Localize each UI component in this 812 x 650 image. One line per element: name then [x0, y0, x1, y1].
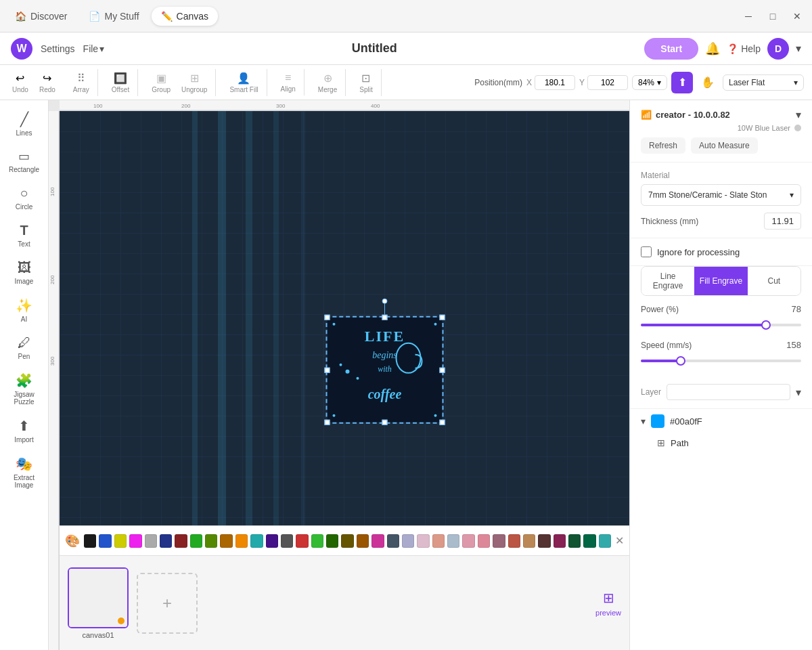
close-button[interactable]: ✕ [788, 7, 807, 26]
machine-type-select[interactable]: Laser Flat ▾ [723, 74, 804, 91]
split-button[interactable]: ⊡ Split [355, 69, 376, 96]
color-swatch[interactable] [387, 534, 399, 548]
cursor-tool-button[interactable]: ⬆ [671, 72, 693, 93]
array-button[interactable]: ⠿ Array [69, 69, 93, 96]
material-select[interactable]: 7mm Stone/Ceramic - Slate Ston ▾ [641, 184, 801, 206]
color-swatch[interactable] [311, 534, 323, 548]
sidebar-item-image[interactable]: 🖼 Image [3, 255, 46, 290]
color-swatch[interactable] [129, 534, 141, 548]
color-swatch[interactable] [175, 534, 187, 548]
start-button[interactable]: Start [644, 38, 698, 60]
help-link[interactable]: ❓ Help [727, 43, 761, 54]
power-slider-thumb[interactable] [761, 320, 771, 330]
hand-tool-button[interactable]: ✋ [697, 72, 719, 93]
power-slider[interactable] [641, 318, 801, 332]
thumb-canvas01[interactable]: canvas01 [68, 567, 129, 639]
palette-bar: 🎨 ✕ [60, 525, 629, 555]
sidebar-item-circle[interactable]: ○ Circle [3, 180, 46, 216]
color-swatch[interactable] [281, 534, 293, 548]
layer-chevron-icon[interactable]: ▾ [796, 386, 801, 399]
add-canvas-button[interactable]: + [137, 573, 198, 634]
color-swatch[interactable] [145, 534, 157, 548]
auto-measure-button[interactable]: Auto Measure [691, 137, 758, 154]
color-swatch[interactable] [493, 534, 505, 548]
color-swatch[interactable] [266, 534, 278, 548]
color-swatch[interactable] [235, 534, 248, 548]
tab-mystuff[interactable]: 📄 My Stuff [79, 7, 148, 26]
color-swatch[interactable] [508, 534, 520, 548]
color-swatch[interactable] [538, 534, 550, 548]
file-menu[interactable]: File ▾ [83, 43, 105, 54]
speed-slider-thumb[interactable] [676, 356, 685, 366]
color-swatch[interactable] [417, 534, 429, 548]
profile-chevron-icon[interactable]: ▾ [796, 42, 801, 55]
speed-slider[interactable] [641, 354, 801, 368]
maximize-button[interactable]: □ [763, 7, 782, 26]
color-swatch[interactable] [357, 534, 369, 548]
tab-discover[interactable]: 🏠 Discover [5, 7, 76, 26]
color-swatch[interactable] [205, 534, 217, 548]
palette-close-button[interactable]: ✕ [615, 534, 624, 547]
color-hex[interactable]: #00a0fF [670, 416, 702, 427]
tab-canvas[interactable]: ✏️ Canvas [152, 7, 218, 26]
merge-button[interactable]: ⊕ Merge [314, 69, 341, 96]
sidebar-item-extract[interactable]: 🎭 Extract Image [3, 450, 46, 494]
fill-engrave-tab[interactable]: Fill Engrave [694, 267, 747, 295]
color-swatch[interactable] [583, 534, 595, 548]
color-swatch[interactable] [250, 534, 263, 548]
avatar[interactable]: D [767, 38, 789, 60]
color-swatch[interactable] [84, 534, 96, 548]
x-input[interactable] [535, 75, 575, 90]
sidebar-item-pen[interactable]: 🖊 Pen [3, 330, 46, 366]
color-swatch[interactable] [371, 534, 384, 548]
cut-tab[interactable]: Cut [748, 267, 800, 295]
redo-button[interactable]: ↪ Redo [35, 69, 60, 96]
color-swatch[interactable] [599, 534, 611, 548]
color-swatch[interactable] [478, 534, 490, 548]
color-swatch[interactable] [341, 534, 353, 548]
svg-text:300: 300 [276, 103, 286, 109]
color-swatch[interactable] [554, 534, 566, 548]
color-swatch[interactable] [114, 534, 127, 548]
sidebar-item-rectangle[interactable]: ▭ Rectangle [3, 144, 46, 179]
color-swatch[interactable] [402, 534, 414, 548]
y-input[interactable] [587, 75, 628, 90]
preview-button[interactable]: ⊞ preview [595, 590, 621, 617]
sidebar-item-text[interactable]: T Text [3, 217, 46, 253]
color-swatch[interactable] [220, 534, 232, 548]
color-swatch[interactable] [160, 534, 172, 548]
color-chevron-icon[interactable]: ▾ [641, 416, 646, 427]
align-button[interactable]: ≡ Align [277, 69, 300, 95]
group-button[interactable]: ▣ Group [148, 69, 175, 96]
sidebar-item-jigsaw[interactable]: 🧩 Jigsaw Puzzle [3, 367, 46, 411]
refresh-button[interactable]: Refresh [641, 137, 685, 154]
color-swatch[interactable] [432, 534, 445, 548]
ungroup-button[interactable]: ⊞ Ungroup [177, 69, 211, 96]
color-swatch[interactable] [568, 534, 581, 548]
array-icon: ⠿ [77, 72, 85, 85]
color-swatch[interactable] [296, 534, 308, 548]
ignore-checkbox[interactable] [641, 246, 652, 257]
layer-input[interactable] [667, 384, 790, 400]
sidebar-item-ai[interactable]: ✨ AI [3, 292, 46, 328]
smart-fill-button[interactable]: 👤 Smart Fill [225, 69, 262, 96]
color-swatch[interactable] [447, 534, 459, 548]
notification-bell-icon[interactable]: 🔔 [705, 41, 720, 56]
line-engrave-tab[interactable]: Line Engrave [641, 267, 694, 295]
header-actions: Start 🔔 ❓ Help D ▾ [644, 38, 801, 60]
palette-icon[interactable]: 🎨 [65, 534, 80, 548]
color-swatch[interactable] [190, 534, 202, 548]
zoom-control[interactable]: 84% ▾ [632, 75, 667, 90]
minimize-button[interactable]: ─ [739, 7, 758, 26]
color-swatch[interactable] [462, 534, 474, 548]
color-swatch[interactable] [326, 534, 338, 548]
color-swatch[interactable] [523, 534, 535, 548]
settings-link[interactable]: Settings [41, 43, 75, 54]
device-chevron-icon[interactable]: ▾ [796, 108, 801, 121]
sidebar-item-lines[interactable]: ╱ Lines [3, 106, 46, 142]
thickness-value[interactable]: 11.91 [764, 213, 801, 230]
sidebar-item-import[interactable]: ⬆ Import [3, 412, 46, 449]
undo-button[interactable]: ↩ Undo [8, 69, 32, 96]
color-swatch[interactable] [99, 534, 111, 548]
offset-button[interactable]: 🔲 Offset [108, 69, 134, 96]
